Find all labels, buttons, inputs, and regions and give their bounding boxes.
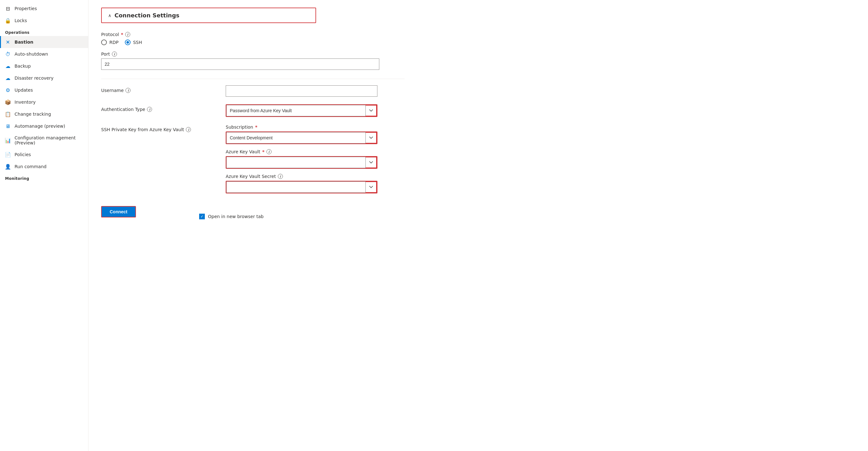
sidebar-item-disaster-recovery[interactable]: ☁ Disaster recovery	[0, 72, 88, 84]
subscription-row: Subscription * Content Development	[226, 125, 405, 144]
config-management-icon: 📊	[5, 137, 11, 143]
port-info-icon: i	[112, 52, 117, 57]
form-section: Protocol * i RDP SSH Port i	[101, 32, 405, 219]
username-content	[226, 85, 405, 97]
run-command-icon: 👤	[5, 164, 11, 169]
backup-icon: ☁	[5, 63, 11, 69]
azure-key-vault-secret-info-icon: i	[278, 174, 283, 179]
divider	[101, 79, 405, 79]
azure-key-vault-secret-select[interactable]	[226, 182, 377, 193]
sidebar-item-automanage[interactable]: 🖥 Automanage (preview)	[0, 120, 88, 132]
port-label: Port i	[101, 52, 405, 57]
sidebar-item-updates[interactable]: ⚙ Updates	[0, 84, 88, 96]
subscription-required-star: *	[255, 125, 257, 130]
auth-type-content: Password from Azure Key Vault Password S…	[226, 104, 405, 117]
sidebar-item-label: Auto-shutdown	[14, 52, 48, 57]
sidebar-item-label: Automanage (preview)	[14, 124, 65, 129]
ssh-key-vault-content: Subscription * Content Development	[226, 125, 405, 198]
auth-type-dropdown-wrapper: Password from Azure Key Vault Password S…	[226, 104, 377, 117]
bastion-icon: ✕	[5, 39, 11, 45]
auth-type-row: Authentication Type i Password from Azur…	[101, 104, 405, 117]
username-row: Username i	[101, 85, 405, 97]
protocol-label: Protocol * i	[101, 32, 405, 37]
ssh-radio-circle[interactable]	[125, 39, 130, 45]
azure-key-vault-secret-row: Azure Key Vault Secret i	[226, 174, 405, 193]
bottom-action-row: Connect Open in new browser tab	[101, 206, 405, 219]
sidebar-item-bastion[interactable]: ✕ Bastion	[0, 36, 88, 48]
subscription-dropdown-wrapper: Content Development	[226, 131, 377, 144]
protocol-ssh-option[interactable]: SSH	[125, 39, 142, 45]
sidebar-item-label: Inventory	[14, 100, 36, 105]
sidebar-item-backup[interactable]: ☁ Backup	[0, 60, 88, 72]
auth-type-label: Authentication Type i	[101, 104, 218, 112]
sidebar-item-config-management[interactable]: 📊 Configuration management (Preview)	[0, 132, 88, 149]
protocol-row: Protocol * i RDP SSH	[101, 32, 405, 45]
ssh-key-vault-info-icon: i	[186, 127, 191, 132]
ssh-key-vault-row: SSH Private Key from Azure Key Vault i S…	[101, 125, 405, 198]
sidebar-item-label: Policies	[14, 152, 31, 157]
properties-icon: ⊟	[5, 6, 11, 11]
azure-key-vault-secret-dropdown-wrapper	[226, 181, 377, 193]
sidebar-item-policies[interactable]: 📄 Policies	[0, 149, 88, 161]
port-input[interactable]	[101, 59, 379, 70]
sidebar-item-label: Configuration management (Preview)	[14, 135, 83, 146]
azure-key-vault-select[interactable]	[226, 157, 377, 168]
sidebar-item-properties[interactable]: ⊟ Properties	[0, 3, 88, 14]
sidebar-item-label: Bastion	[14, 39, 33, 44]
protocol-required-star: *	[121, 32, 123, 37]
sidebar: ⊟ Properties 🔒 Locks Operations ✕ Bastio…	[0, 0, 89, 451]
open-in-new-tab-label: Open in new browser tab	[208, 214, 264, 219]
automanage-icon: 🖥	[5, 123, 11, 129]
sidebar-item-label: Change tracking	[14, 111, 51, 117]
connect-button[interactable]: Connect	[101, 206, 136, 218]
updates-icon: ⚙	[5, 87, 11, 93]
sidebar-item-label: Updates	[14, 88, 33, 93]
protocol-info-icon: i	[125, 32, 130, 37]
main-content: ∧ Connection Settings Protocol * i RDP S…	[89, 0, 868, 451]
subscription-label: Subscription *	[226, 125, 405, 130]
connection-settings-title: Connection Settings	[115, 12, 179, 19]
port-row: Port i	[101, 52, 405, 70]
protocol-radio-group: RDP SSH	[101, 39, 405, 45]
inventory-icon: 📦	[5, 99, 11, 105]
azure-key-vault-row: Azure Key Vault * i	[226, 149, 405, 169]
collapse-icon: ∧	[108, 13, 111, 18]
sidebar-item-label: Disaster recovery	[14, 75, 54, 80]
sidebar-item-label: Run command	[14, 164, 46, 169]
policies-icon: 📄	[5, 152, 11, 157]
sidebar-item-locks[interactable]: 🔒 Locks	[0, 14, 88, 27]
sidebar-item-auto-shutdown[interactable]: ⏱ Auto-shutdown	[0, 48, 88, 60]
username-label: Username i	[101, 85, 218, 93]
open-in-new-tab-checkbox[interactable]	[199, 214, 205, 219]
sidebar-item-label: Locks	[14, 18, 27, 23]
open-in-new-tab-row: Open in new browser tab	[199, 214, 264, 219]
sidebar-item-run-command[interactable]: 👤 Run command	[0, 161, 88, 172]
ssh-label: SSH	[133, 40, 142, 45]
operations-section-label: Operations	[0, 27, 88, 36]
azure-key-vault-secret-label: Azure Key Vault Secret i	[226, 174, 405, 179]
sidebar-item-label: Backup	[14, 64, 31, 69]
auto-shutdown-icon: ⏱	[5, 51, 11, 57]
username-input[interactable]	[226, 85, 377, 97]
sidebar-item-inventory[interactable]: 📦 Inventory	[0, 96, 88, 108]
azure-key-vault-label: Azure Key Vault * i	[226, 149, 405, 154]
auth-type-info-icon: i	[147, 107, 152, 112]
locks-icon: 🔒	[5, 18, 11, 23]
sidebar-item-label: Properties	[14, 6, 37, 11]
change-tracking-icon: 📋	[5, 111, 11, 117]
rdp-label: RDP	[110, 40, 119, 45]
username-info-icon: i	[125, 88, 130, 93]
rdp-radio-circle[interactable]	[101, 39, 107, 45]
subscription-select[interactable]: Content Development	[226, 132, 377, 143]
azure-key-vault-info-icon: i	[267, 149, 272, 154]
auth-type-select[interactable]: Password from Azure Key Vault Password S…	[226, 105, 377, 116]
sidebar-item-change-tracking[interactable]: 📋 Change tracking	[0, 108, 88, 120]
connection-settings-section[interactable]: ∧ Connection Settings	[101, 8, 316, 23]
ssh-key-vault-label: SSH Private Key from Azure Key Vault i	[101, 125, 218, 132]
azure-key-vault-dropdown-wrapper	[226, 156, 377, 169]
azure-key-vault-required-star: *	[262, 149, 264, 154]
disaster-recovery-icon: ☁	[5, 75, 11, 81]
protocol-rdp-option[interactable]: RDP	[101, 39, 119, 45]
monitoring-section-label: Monitoring	[0, 172, 88, 182]
